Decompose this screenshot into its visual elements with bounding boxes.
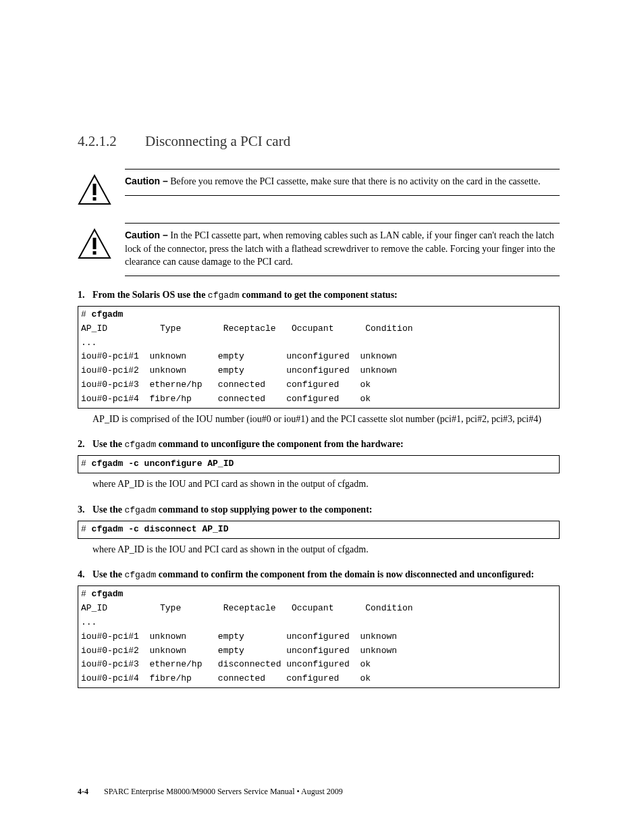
svg-rect-5	[93, 251, 97, 255]
step-number: 1.	[78, 288, 92, 302]
section-title: Disconnecting a PCI card	[145, 132, 290, 151]
code-cmd: cfgadm -c unconfigure AP_ID	[92, 459, 234, 469]
step-post: command to stop supplying power to the c…	[156, 504, 372, 515]
step: 1. From the Solaris OS use the cfgadm co…	[78, 288, 560, 302]
code-prompt: #	[81, 589, 92, 599]
code-cmd: cfgadm	[92, 309, 124, 319]
note: where AP_ID is the IOU and PCI card as s…	[92, 543, 560, 556]
step-text: From the Solaris OS use the cfgadm comma…	[92, 288, 560, 302]
caution-label: Caution –	[125, 230, 168, 240]
svg-rect-4	[93, 238, 97, 249]
code-ellipsis: ...	[81, 338, 97, 348]
code-block: # cfgadm -c unconfigure AP_ID	[78, 455, 560, 473]
code-cmd: cfgadm -c disconnect AP_ID	[92, 524, 229, 534]
code-row: iou#0-pci#4 fibre/hp connected configure…	[81, 394, 371, 404]
step-cmd: cfgadm	[208, 290, 240, 301]
step-pre: Use the	[92, 439, 124, 449]
code-header: AP_ID Type Receptacle Occupant Condition	[81, 323, 412, 334]
caution-text: In the PCI cassette part, when removing …	[125, 230, 555, 267]
step-cmd: cfgadm	[124, 440, 156, 450]
caution-block: Caution – Before you remove the PCI cass…	[78, 169, 560, 209]
code-block: # cfgadm -c disconnect AP_ID	[78, 521, 560, 539]
footer-title: SPARC Enterprise M8000/M9000 Servers Ser…	[104, 787, 343, 796]
caution-icon	[78, 169, 111, 209]
step-pre: From the Solaris OS use the	[92, 290, 208, 300]
step-cmd: cfgadm	[124, 505, 156, 515]
code-cmd: cfgadm	[92, 589, 124, 599]
step-cmd: cfgadm	[124, 570, 156, 580]
code-block: # cfgadm AP_ID Type Receptacle Occupant …	[78, 306, 560, 409]
code-block: # cfgadm AP_ID Type Receptacle Occupant …	[78, 585, 560, 688]
caution-body: Caution – In the PCI cassette part, when…	[125, 223, 560, 276]
code-row: iou#0-pci#2 unknown empty unconfigured u…	[81, 646, 397, 656]
code-row: iou#0-pci#3 etherne/hp disconnected unco…	[81, 659, 371, 669]
page-number: 4-4	[78, 787, 88, 796]
caution-body: Caution – Before you remove the PCI cass…	[125, 169, 560, 196]
caution-label: Caution –	[125, 176, 168, 186]
step: 3. Use the cfgadm command to stop supply…	[78, 503, 560, 517]
step-number: 2.	[78, 438, 92, 451]
caution-icon	[78, 223, 111, 263]
step-post: command to unconfigure the component fro…	[156, 439, 403, 449]
section-number: 4.2.1.2	[78, 132, 145, 151]
code-row: iou#0-pci#1 unknown empty unconfigured u…	[81, 631, 397, 642]
step-text: Use the cfgadm command to confirm the co…	[92, 568, 560, 581]
step: 2. Use the cfgadm command to unconfigure…	[78, 438, 560, 451]
step: 4. Use the cfgadm command to confirm the…	[78, 568, 560, 581]
code-prompt: #	[81, 459, 92, 469]
code-row: iou#0-pci#2 unknown empty unconfigured u…	[81, 365, 397, 375]
step-number: 4.	[78, 568, 92, 581]
code-prompt: #	[81, 309, 92, 319]
code-header: AP_ID Type Receptacle Occupant Condition	[81, 603, 412, 613]
note: AP_ID is comprised of the IOU number (io…	[92, 413, 560, 426]
page-footer: 4-4 SPARC Enterprise M8000/M9000 Servers…	[78, 786, 343, 798]
page: 4.2.1.2 Disconnecting a PCI card Caution…	[0, 0, 644, 834]
step-text: Use the cfgadm command to unconfigure th…	[92, 438, 560, 451]
caution-text: Before you remove the PCI cassette, make…	[170, 176, 540, 186]
step-pre: Use the	[92, 504, 124, 515]
svg-rect-2	[93, 197, 97, 201]
section-heading: 4.2.1.2 Disconnecting a PCI card	[78, 132, 560, 151]
step-number: 3.	[78, 503, 92, 517]
step-pre: Use the	[92, 569, 124, 579]
step-text: Use the cfgadm command to stop supplying…	[92, 503, 560, 517]
code-row: iou#0-pci#1 unknown empty unconfigured u…	[81, 351, 397, 361]
step-post: command to confirm the component from th…	[156, 569, 534, 579]
caution-block: Caution – In the PCI cassette part, when…	[78, 223, 560, 276]
svg-rect-1	[93, 184, 97, 195]
note: where AP_ID is the IOU and PCI card as s…	[92, 477, 560, 491]
code-row: iou#0-pci#4 fibre/hp connected configure…	[81, 673, 371, 683]
step-post: command to get the component status:	[240, 290, 398, 300]
code-row: iou#0-pci#3 etherne/hp connected configu…	[81, 380, 371, 390]
code-ellipsis: ...	[81, 617, 97, 627]
code-prompt: #	[81, 524, 92, 534]
